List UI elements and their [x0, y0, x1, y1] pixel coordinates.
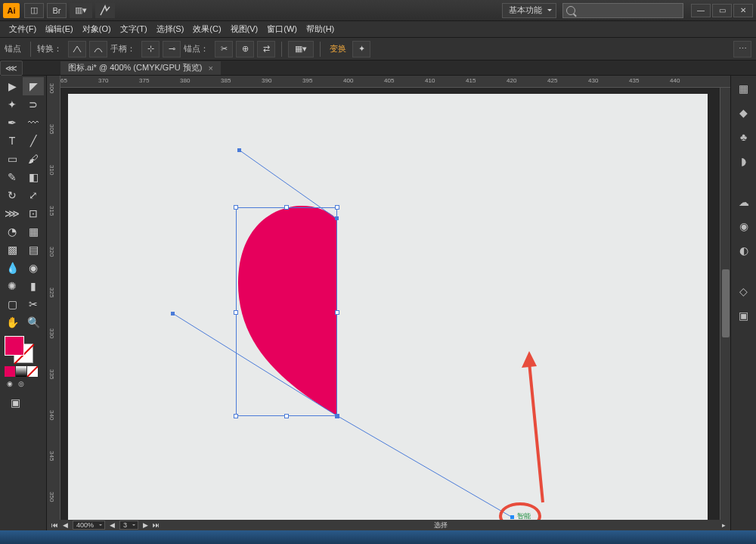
status-bar: ⏮ ◀ 400% ◀ 3 ▶ ⏭ 选择 ▸ [47, 520, 730, 530]
status-nav-next[interactable]: ▶ [143, 521, 148, 529]
shape-builder-tool[interactable]: ◔ [2, 222, 23, 241]
paintbrush-tool[interactable]: 🖌 [23, 150, 44, 168]
os-taskbar[interactable] [0, 530, 756, 544]
convert-corner-button[interactable] [68, 41, 86, 58]
graph-tool[interactable]: ▮ [23, 277, 44, 295]
minimize-button[interactable]: — [691, 4, 711, 17]
draw-mode-behind[interactable]: ◎ [16, 378, 26, 389]
artboard-dropdown[interactable]: 3 [119, 521, 138, 530]
transform-link[interactable]: 变换 [330, 43, 346, 54]
lasso-tool[interactable]: ⊃ [23, 95, 44, 113]
mesh-tool[interactable]: ▩ [2, 241, 23, 259]
menu-edit[interactable]: 编辑(E) [41, 23, 78, 35]
scale-tool[interactable]: ⤢ [23, 186, 44, 204]
ctrl-menu-button[interactable]: ⋯ [733, 41, 751, 58]
anchor-left-handle[interactable] [171, 312, 175, 316]
titlebar-btn-1[interactable]: ◫ [24, 3, 44, 18]
anchor-top-handle[interactable] [237, 148, 241, 152]
menu-window[interactable]: 窗口(W) [262, 23, 302, 35]
titlebar-btn-2[interactable]: Br [47, 3, 67, 18]
status-nav-prev[interactable]: ◀ [63, 521, 68, 529]
panel-cc-icon[interactable]: ☁ [736, 194, 752, 210]
handles-hide-button[interactable]: ⊸ [163, 41, 181, 58]
panel-color-icon[interactable]: ◉ [736, 218, 752, 235]
document-tab[interactable]: 图标.ai* @ 400% (CMYK/GPU 预览) × [60, 61, 221, 75]
fill-swatch[interactable] [5, 336, 24, 356]
artboard-tool[interactable]: ▢ [2, 295, 23, 313]
panel-swatches-icon[interactable]: ♣ [736, 129, 752, 145]
free-transform-tool[interactable]: ⊡ [23, 204, 44, 222]
status-mode: 选择 [164, 521, 717, 530]
status-nav-prev2[interactable]: ◀ [110, 521, 115, 529]
remove-anchor-button[interactable]: ✂ [215, 41, 233, 58]
ruler-vertical[interactable]: 300 305 310 315 320 325 330 335 340 345 … [47, 76, 60, 530]
close-button[interactable]: ✕ [733, 4, 753, 17]
panel-properties-icon[interactable]: ▦ [736, 80, 752, 97]
status-nav-first[interactable]: ⏮ [51, 521, 58, 529]
search-input[interactable] [562, 3, 683, 18]
menu-help[interactable]: 帮助(H) [302, 23, 339, 35]
zoom-tool[interactable]: 🔍 [23, 313, 44, 331]
width-tool[interactable]: ⋙ [2, 204, 23, 222]
ruler-v-tick: 325 [48, 288, 55, 297]
line-tool[interactable]: ╱ [23, 132, 44, 150]
color-mode-swatches[interactable] [5, 366, 42, 377]
gradient-tool[interactable]: ▤ [23, 241, 44, 259]
eraser-tool[interactable]: ◧ [23, 168, 44, 186]
eyedropper-tool[interactable]: 💧 [2, 259, 23, 277]
blend-tool[interactable]: ◉ [23, 259, 44, 277]
menu-view[interactable]: 视图(V) [226, 23, 263, 35]
ruler-h-tick: 435 [629, 77, 639, 84]
artboard[interactable]: 智能 [68, 94, 708, 520]
panel-artboards-icon[interactable]: ▣ [736, 307, 752, 324]
anchor-top[interactable] [335, 216, 339, 220]
magic-wand-tool[interactable]: ✦ [2, 95, 23, 113]
ruler-horizontal[interactable]: 65 370 375 380 385 390 395 400 405 410 4… [60, 76, 730, 88]
canvas[interactable]: 智能 [60, 88, 730, 520]
panel-gradient-icon[interactable]: ◐ [736, 242, 752, 259]
symbol-tool[interactable]: ✺ [2, 277, 23, 295]
panel-layers-icon[interactable]: ◇ [736, 283, 752, 300]
isolate-button[interactable]: ▦▾ [288, 41, 314, 58]
bounding-box[interactable] [236, 207, 337, 416]
selection-tool[interactable]: ▶ [2, 77, 23, 95]
connect-anchor-button[interactable]: ⊕ [236, 41, 254, 58]
status-menu[interactable]: ▸ [722, 521, 726, 529]
menu-type[interactable]: 文字(T) [116, 23, 152, 35]
handles-show-button[interactable]: ⊹ [141, 41, 160, 58]
slice-tool[interactable]: ✂ [23, 295, 44, 313]
close-tab-icon[interactable]: × [208, 64, 212, 73]
workspace-dropdown[interactable]: 基本功能 [502, 3, 556, 18]
draw-mode-normal[interactable]: ◉ [5, 378, 15, 389]
panel-brushes-icon[interactable]: ◗ [736, 153, 752, 169]
cut-path-button[interactable]: ⇄ [257, 41, 275, 58]
menu-select[interactable]: 选择(S) [152, 23, 189, 35]
curvature-tool[interactable]: 〰 [23, 113, 44, 132]
menu-file[interactable]: 文件(F) [5, 23, 41, 35]
hand-tool[interactable]: ✋ [2, 313, 23, 331]
direct-selection-tool[interactable]: ◤ [23, 77, 44, 95]
status-nav-last[interactable]: ⏭ [153, 521, 160, 529]
perspective-tool[interactable]: ▦ [23, 222, 44, 241]
convert-smooth-button[interactable] [89, 41, 107, 58]
rectangle-tool[interactable]: ▭ [2, 150, 23, 168]
rotate-tool[interactable]: ↻ [2, 186, 23, 204]
titlebar-btn-3[interactable]: ▥▾ [70, 3, 92, 18]
titlebar-btn-4[interactable] [95, 3, 115, 18]
pen-tool[interactable]: ✒ [2, 113, 23, 132]
zoom-dropdown[interactable]: 400% [73, 521, 105, 530]
maximize-button[interactable]: ▭ [712, 4, 732, 17]
menu-object[interactable]: 对象(O) [78, 23, 116, 35]
doc-home-button[interactable]: ⋘ [0, 61, 23, 76]
anchor-bottom[interactable] [335, 414, 339, 418]
screen-mode-button[interactable]: ▣ [5, 393, 26, 412]
pencil-tool[interactable]: ✎ [2, 168, 23, 186]
ruler-h-tick: 390 [262, 77, 271, 84]
menu-effect[interactable]: 效果(C) [188, 23, 225, 35]
panel-libraries-icon[interactable]: ◆ [736, 104, 752, 121]
align-button[interactable]: ✦ [352, 41, 370, 58]
ruler-h-tick: 370 [98, 77, 108, 84]
type-tool[interactable]: T [2, 132, 23, 150]
scrollbar-vertical[interactable] [720, 88, 730, 520]
heart-shape[interactable] [68, 94, 708, 520]
